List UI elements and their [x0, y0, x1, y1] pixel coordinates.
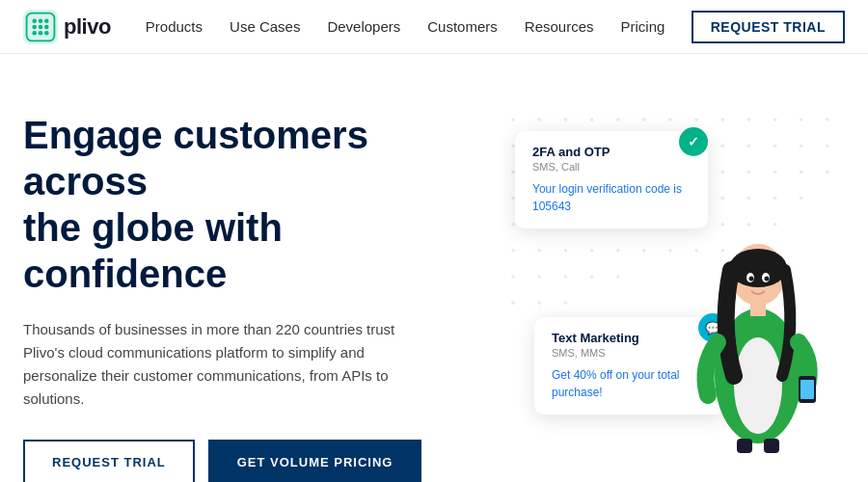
svg-point-11: [511, 118, 515, 121]
card-2fa-check-icon: ✓: [679, 127, 708, 156]
svg-point-35: [800, 144, 803, 147]
hero-right: 2FA and OTP SMS, Call Your login verific…: [496, 102, 845, 453]
svg-point-13: [564, 118, 568, 121]
hero-left: Engage customers across the globe with c…: [23, 102, 496, 482]
hero-headline: Engage customers across the globe with c…: [23, 112, 496, 297]
svg-point-99: [749, 277, 754, 281]
svg-point-14: [590, 118, 594, 121]
svg-point-17: [668, 118, 672, 121]
svg-point-76: [590, 249, 594, 253]
hero-volume-pricing-button[interactable]: GET VOLUME PRICING: [208, 440, 422, 482]
svg-point-78: [642, 249, 646, 253]
svg-point-87: [511, 301, 515, 305]
svg-point-48: [800, 171, 803, 174]
person-illustration: [681, 183, 835, 453]
svg-point-16: [642, 118, 646, 121]
svg-rect-101: [737, 439, 752, 453]
svg-point-10: [44, 31, 49, 36]
logo[interactable]: plivo: [23, 10, 111, 44]
plivo-logo-icon: [23, 10, 58, 44]
nav-links: Products Use Cases Developers Customers …: [146, 18, 692, 35]
svg-point-9: [39, 31, 43, 36]
nav-request-trial-button[interactable]: REQUEST TRIAL: [692, 11, 845, 43]
svg-point-82: [511, 275, 515, 279]
svg-point-3: [39, 18, 43, 23]
svg-point-22: [800, 118, 803, 121]
svg-point-46: [747, 171, 751, 174]
nav-use-cases[interactable]: Use Cases: [230, 18, 300, 35]
svg-point-12: [537, 118, 541, 121]
svg-point-7: [44, 24, 49, 29]
svg-point-49: [826, 171, 829, 174]
svg-point-86: [616, 275, 620, 279]
svg-rect-94: [750, 299, 766, 316]
nav-resources[interactable]: Resources: [525, 18, 594, 35]
nav-developers[interactable]: Developers: [327, 18, 400, 35]
hero-buttons: REQUEST TRIAL GET VOLUME PRICING: [23, 440, 496, 482]
svg-point-15: [616, 118, 620, 121]
svg-point-89: [564, 301, 568, 305]
card-2fa-body: Your login verification code is 105643: [532, 180, 691, 215]
hero-section: Engage customers across the globe with c…: [0, 54, 868, 482]
hero-headline-line2: the globe with confidence: [23, 206, 283, 295]
svg-point-84: [564, 275, 568, 279]
hero-request-trial-button[interactable]: REQUEST TRIAL: [23, 440, 195, 482]
svg-point-77: [616, 249, 620, 253]
svg-point-83: [537, 275, 541, 279]
svg-point-6: [39, 24, 43, 29]
card-2fa-sublabel: SMS, Call: [532, 161, 691, 173]
svg-point-2: [32, 18, 37, 23]
svg-point-75: [564, 249, 568, 253]
svg-point-45: [720, 171, 724, 174]
svg-point-47: [773, 171, 777, 174]
svg-point-34: [773, 144, 777, 147]
card-2fa-label: 2FA and OTP: [532, 145, 691, 159]
svg-point-19: [720, 118, 724, 121]
svg-point-5: [32, 24, 37, 29]
svg-rect-102: [764, 439, 779, 453]
card-2fa: 2FA and OTP SMS, Call Your login verific…: [515, 131, 708, 228]
nav-products[interactable]: Products: [146, 18, 203, 35]
svg-point-21: [773, 118, 777, 121]
svg-point-88: [537, 301, 541, 305]
svg-point-18: [694, 118, 698, 121]
svg-point-23: [826, 118, 829, 121]
svg-point-20: [747, 118, 751, 121]
svg-point-62: [511, 223, 515, 227]
svg-point-100: [765, 277, 770, 281]
svg-point-8: [32, 31, 37, 36]
nav-pricing[interactable]: Pricing: [621, 18, 665, 35]
hero-subtext: Thousands of businesses in more than 220…: [23, 318, 428, 411]
svg-point-74: [537, 249, 541, 253]
svg-point-73: [511, 249, 515, 253]
svg-point-91: [734, 337, 782, 434]
svg-point-36: [826, 144, 829, 147]
svg-point-79: [668, 249, 672, 253]
logo-text: plivo: [64, 14, 111, 40]
nav-customers[interactable]: Customers: [427, 18, 498, 35]
svg-rect-96: [800, 380, 814, 399]
svg-point-4: [44, 18, 49, 23]
hero-headline-line1: Engage customers across: [23, 114, 368, 202]
svg-point-85: [590, 275, 594, 279]
svg-point-33: [747, 144, 751, 147]
navbar: plivo Products Use Cases Developers Cust…: [0, 0, 868, 54]
svg-point-32: [720, 144, 724, 147]
